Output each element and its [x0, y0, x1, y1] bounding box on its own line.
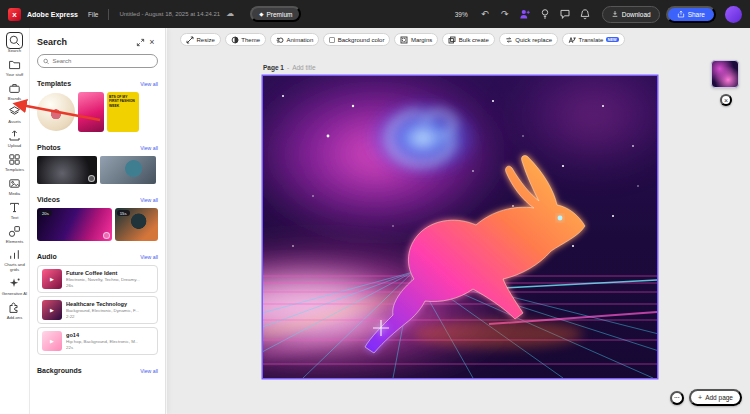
audio-play-button[interactable]: ▶ — [42, 269, 62, 289]
quick-replace-button[interactable]: Quick replace — [499, 33, 558, 46]
sidebar-item-elements[interactable]: Elements — [0, 223, 30, 245]
templates-grid-icon — [6, 151, 23, 168]
sidebar-item-upload[interactable]: Upload — [0, 127, 30, 149]
color-swatch-icon — [329, 37, 335, 43]
notifications-bell-icon[interactable] — [578, 7, 592, 21]
background-color-button[interactable]: Background color — [323, 33, 390, 46]
sidebar-item-add-ons[interactable]: Add-ons — [0, 299, 30, 321]
folder-icon — [6, 56, 23, 73]
audio-play-button[interactable]: ▶ — [42, 331, 62, 351]
left-rail: Search Your stuff Brands Assets Upload T… — [0, 28, 30, 414]
search-panel: Search × Templates View all BTS OF MY FI… — [30, 28, 166, 414]
backgrounds-view-all-link[interactable]: View all — [140, 368, 158, 374]
sidebar-item-media[interactable]: Media — [0, 175, 30, 197]
layers-icon — [6, 103, 23, 120]
animation-button[interactable]: Animation — [270, 33, 319, 46]
play-icon: ▶ — [50, 276, 54, 282]
download-icon — [611, 10, 619, 18]
sparkle-icon — [6, 275, 23, 292]
undo-icon[interactable]: ↶ — [478, 7, 492, 21]
backgrounds-section-header: Backgrounds View all — [37, 367, 158, 374]
share-label: Share — [688, 11, 705, 18]
translate-button[interactable]: Translate NEW — [562, 33, 625, 46]
audio-list-item[interactable]: ▶ go14 Hip hop, Background, Electronic, … — [37, 327, 158, 355]
new-badge: NEW — [606, 37, 619, 42]
photos-section-header: Photos View all — [37, 144, 158, 151]
share-icon — [677, 10, 685, 18]
close-panel-icon[interactable]: × — [146, 36, 158, 48]
templates-view-all-link[interactable]: View all — [140, 81, 158, 87]
template-thumbnail-circle[interactable] — [37, 93, 75, 131]
sidebar-item-assets[interactable]: Assets — [0, 103, 30, 125]
margins-button[interactable]: Margins — [394, 33, 438, 46]
sidebar-item-search[interactable]: Search — [0, 32, 30, 54]
sidebar-item-brands[interactable]: Brands — [0, 80, 30, 102]
upload-icon — [6, 127, 23, 144]
templates-section-header: Templates View all — [37, 80, 158, 87]
audio-meta: Healthcare Technology Background, Electr… — [66, 301, 139, 319]
invite-person-icon[interactable] — [518, 7, 532, 21]
sidebar-item-charts-and-grids[interactable]: Charts and grids — [0, 246, 30, 273]
photo-thumbnail-1[interactable] — [37, 156, 97, 184]
video-thumbnail-2[interactable]: 15s — [115, 208, 158, 241]
adobe-express-logo-icon[interactable]: x — [8, 8, 21, 21]
artboard-page-1[interactable] — [263, 76, 657, 378]
resize-icon — [186, 36, 194, 44]
premium-label: Premium — [266, 11, 292, 18]
download-label: Download — [622, 11, 651, 18]
animation-icon — [276, 36, 284, 44]
close-thumbnail-button[interactable]: × — [720, 94, 732, 106]
search-input-box[interactable] — [37, 54, 158, 68]
audio-list-item[interactable]: ▶ Future Coffee Ident Electronic, Novelt… — [37, 265, 158, 293]
add-page-button[interactable]: + Add page — [689, 389, 742, 406]
sidebar-item-templates[interactable]: Templates — [0, 151, 30, 173]
more-options-button[interactable]: ••• — [670, 391, 684, 405]
user-avatar[interactable] — [725, 6, 742, 23]
sidebar-item-text[interactable]: Text — [0, 199, 30, 221]
template-thumbnail-pink[interactable] — [78, 92, 104, 132]
zoom-level[interactable]: 39% — [455, 11, 468, 18]
lightbulb-icon[interactable] — [538, 7, 552, 21]
media-image-icon — [6, 175, 23, 192]
photo-thumbnail-2[interactable] — [100, 156, 156, 184]
video-thumbnail-1[interactable]: 20s — [37, 208, 112, 241]
premium-button[interactable]: ◆ Premium — [250, 6, 301, 22]
briefcase-icon — [6, 80, 23, 97]
comments-icon[interactable] — [558, 7, 572, 21]
download-button[interactable]: Download — [602, 6, 660, 23]
page-title-separator: - — [287, 64, 289, 71]
template-thumbnail-fashion[interactable]: BTS OF MY FIRST FASHION WEEK — [107, 92, 139, 132]
shapes-icon — [6, 223, 23, 240]
resize-button[interactable]: Resize — [180, 33, 221, 46]
share-button[interactable]: Share — [666, 6, 716, 23]
search-input[interactable] — [52, 58, 152, 64]
search-panel-header: Search × — [37, 36, 158, 48]
expand-panel-icon[interactable] — [134, 36, 146, 48]
neon-rabbit-image[interactable] — [263, 76, 657, 378]
search-input-icon — [43, 58, 49, 65]
audio-view-all-link[interactable]: View all — [140, 254, 158, 260]
adobe-express-app: x Adobe Express File Untitled - August 1… — [0, 0, 750, 414]
photos-view-all-link[interactable]: View all — [140, 145, 158, 151]
photos-thumbnails — [37, 156, 158, 184]
translate-icon — [568, 36, 576, 44]
bulk-create-button[interactable]: Bulk create — [442, 33, 495, 46]
sidebar-item-your-stuff[interactable]: Your stuff — [0, 56, 30, 78]
page-1-thumbnail[interactable] — [711, 60, 739, 88]
audio-play-button[interactable]: ▶ — [42, 300, 62, 320]
panel-title: Search — [37, 37, 134, 47]
search-icon — [6, 32, 23, 49]
audio-meta: Future Coffee Ident Electronic, Novelty,… — [66, 270, 140, 288]
top-bar: x Adobe Express File Untitled - August 1… — [0, 0, 750, 28]
app-name: Adobe Express — [27, 11, 78, 18]
page-title-placeholder[interactable]: Add title — [292, 64, 316, 71]
audio-list-item[interactable]: ▶ Healthcare Technology Background, Elec… — [37, 296, 158, 324]
theme-button[interactable]: Theme — [225, 33, 266, 46]
redo-icon[interactable]: ↷ — [498, 7, 512, 21]
videos-view-all-link[interactable]: View all — [140, 197, 158, 203]
sidebar-item-generative-ai[interactable]: Generative AI — [0, 275, 30, 297]
cloud-sync-icon[interactable]: ☁ — [226, 10, 234, 18]
audio-section-header: Audio View all — [37, 253, 158, 260]
file-menu[interactable]: File — [88, 11, 98, 18]
videos-section-header: Videos View all — [37, 196, 158, 203]
